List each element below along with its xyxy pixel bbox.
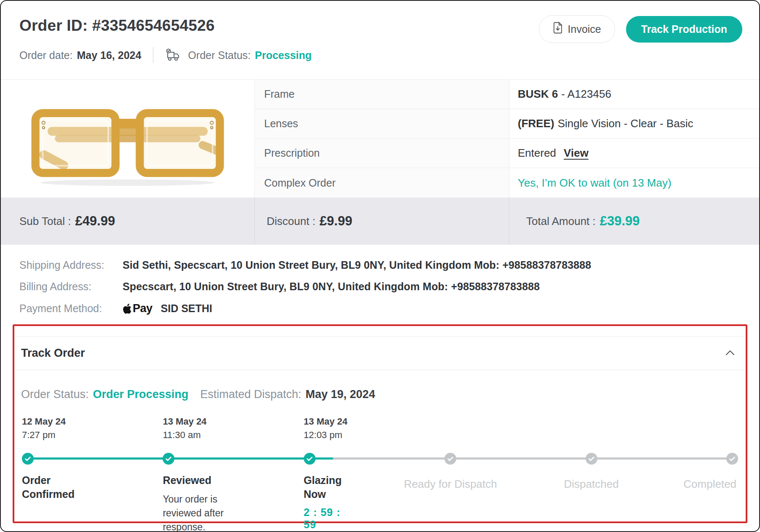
step-3-check-icon xyxy=(304,453,316,465)
billing-address-value: Specscart, 10 Union Street Bury, BL9 0NY… xyxy=(123,281,540,293)
step-2-label: Reviewed xyxy=(163,473,251,487)
shipping-address-label: Shipping Address: xyxy=(19,259,123,271)
step-6-check-icon xyxy=(726,453,738,465)
product-image xyxy=(1,80,254,198)
estimated-dispatch-value: May 19, 2024 xyxy=(305,388,375,401)
step-3-time: 12:03 pm xyxy=(304,429,348,441)
order-details-page: Order ID: #3354654654526 Order date: May… xyxy=(0,0,760,532)
complex-order-answer: Yes, I’m OK to wait (on 13 May) xyxy=(518,176,672,190)
step-2-description: Your order is reviewed after response. xyxy=(163,492,251,532)
track-order-title: Track Order xyxy=(21,347,85,360)
total-amount-value: £39.99 xyxy=(600,214,640,229)
estimated-dispatch-label: Estimated Dispatch: xyxy=(200,388,301,401)
payment-method-row: Payment Method: Pay SID SETHI xyxy=(19,302,741,315)
prescription-row-label: Prescription xyxy=(254,139,509,168)
order-totals-bar: Sub Total : £49.99 Discount : £9.99 Tota… xyxy=(1,198,759,245)
lenses-row-label: Lenses xyxy=(254,109,509,139)
step-glazing-now: Glazing Now 2 : 59 : 59 xyxy=(304,473,354,531)
sub-total-label: Sub Total : xyxy=(19,215,71,228)
apple-icon xyxy=(123,303,132,314)
total-amount-cell: Total Amount : £39.99 xyxy=(509,198,759,245)
discount-label: Discount : xyxy=(267,215,316,228)
complex-order-row-value: Yes, I’m OK to wait (on 13 May) xyxy=(509,168,759,198)
invoice-download-icon xyxy=(553,22,563,36)
glazing-countdown-timer: 2 : 59 : 59 xyxy=(304,506,354,531)
delivery-truck-icon xyxy=(165,48,182,63)
step-3-date: 13 May 24 xyxy=(304,415,348,428)
step-3-datetime: 13 May 24 12:03 pm xyxy=(304,415,348,441)
order-meta-row: Order date: May 16, 2024 Order Status: P… xyxy=(19,47,742,63)
payment-method-label: Payment Method: xyxy=(19,302,123,315)
divider xyxy=(153,47,153,63)
track-production-button[interactable]: Track Production xyxy=(626,16,742,43)
lenses-row-value: (FREE) Single Vision - Clear - Basic xyxy=(509,109,759,139)
step-2-time: 11:30 am xyxy=(163,429,206,441)
shipping-address-value: Sid Sethi, Specscart, 10 Union Street Bu… xyxy=(123,259,591,271)
apple-pay-logo: Pay xyxy=(123,302,153,315)
discount-cell: Discount : £9.99 xyxy=(254,198,509,245)
invoice-button-label: Invoice xyxy=(568,23,601,35)
frame-row-value: BUSK 6 - A123456 xyxy=(509,80,759,109)
billing-address-label: Billing Address: xyxy=(19,281,123,293)
header-buttons: Invoice Track Production xyxy=(539,15,742,43)
step-ready-for-dispatch-label: Ready for Dispatch xyxy=(404,478,497,491)
step-1-check-icon xyxy=(22,453,34,465)
prescription-status: Entered xyxy=(518,147,556,160)
sub-total-cell: Sub Total : £49.99 xyxy=(1,198,254,245)
order-date-value: May 16, 2024 xyxy=(77,49,141,61)
step-5-check-icon xyxy=(586,453,597,465)
step-2-check-icon xyxy=(163,453,174,465)
shipping-address-row: Shipping Address: Sid Sethi, Specscart, … xyxy=(19,259,741,271)
step-order-confirmed: Order Confirmed xyxy=(22,473,81,501)
sub-total-value: £49.99 xyxy=(75,214,115,229)
step-4-check-icon xyxy=(444,453,456,465)
track-status-label: Order Status: xyxy=(21,388,89,401)
frame-sku: - A123456 xyxy=(561,88,611,101)
lenses-description: Single Vision - Clear - Basic xyxy=(558,117,693,130)
order-header: Order ID: #3354654654526 Order date: May… xyxy=(1,1,759,79)
chevron-up-icon[interactable] xyxy=(725,350,735,357)
track-status-value: Order Processing xyxy=(93,388,189,401)
frame-name: BUSK 6 xyxy=(518,88,558,101)
addresses-section: Shipping Address: Sid Sethi, Specscart, … xyxy=(1,245,759,315)
total-amount-label: Total Amount : xyxy=(526,215,596,228)
step-dispatched-label: Dispatched xyxy=(564,478,619,491)
order-status-value: Processing xyxy=(255,49,312,61)
order-progress-timeline: 12 May 24 7:27 pm 13 May 24 11:30 am 13 … xyxy=(22,415,738,529)
lenses-free-tag: (FREE) xyxy=(518,117,554,130)
frame-row-label: Frame xyxy=(254,80,509,109)
order-status-label: Order Status: xyxy=(188,49,251,61)
payment-holder-name: SID SETHI xyxy=(161,302,212,315)
payment-method-value: Pay SID SETHI xyxy=(123,302,212,315)
step-completed-label: Completed xyxy=(683,478,736,491)
step-2-date: 13 May 24 xyxy=(163,415,206,428)
prescription-row-value: Entered View xyxy=(509,139,759,168)
step-2-datetime: 13 May 24 11:30 am xyxy=(163,415,206,441)
step-3-label: Glazing Now xyxy=(304,473,354,501)
step-1-time: 7:27 pm xyxy=(22,429,66,441)
invoice-button[interactable]: Invoice xyxy=(539,15,615,43)
track-order-accordion-header[interactable]: Track Order xyxy=(14,336,746,370)
order-date-label: Order date: xyxy=(19,49,72,61)
track-order-section: Track Order Order Status: Order Processi… xyxy=(13,324,747,523)
track-production-label: Track Production xyxy=(641,23,727,35)
discount-value: £9.99 xyxy=(320,214,353,229)
timeline-progress xyxy=(22,457,333,460)
track-status-row: Order Status: Order Processing Estimated… xyxy=(14,370,746,401)
complex-order-row-label: Complex Order xyxy=(254,168,509,198)
prescription-view-link[interactable]: View xyxy=(564,147,589,160)
step-1-date: 12 May 24 xyxy=(22,415,66,428)
step-1-label: Order Confirmed xyxy=(22,473,81,501)
glasses-illustration xyxy=(27,88,229,189)
step-reviewed: Reviewed Your order is reviewed after re… xyxy=(163,473,251,532)
billing-address-row: Billing Address: Specscart, 10 Union Str… xyxy=(19,281,741,293)
product-table: Frame BUSK 6 - A123456 Lenses (FREE) Sin… xyxy=(1,79,759,198)
apple-pay-text: Pay xyxy=(133,302,153,315)
step-1-datetime: 12 May 24 7:27 pm xyxy=(22,415,66,441)
